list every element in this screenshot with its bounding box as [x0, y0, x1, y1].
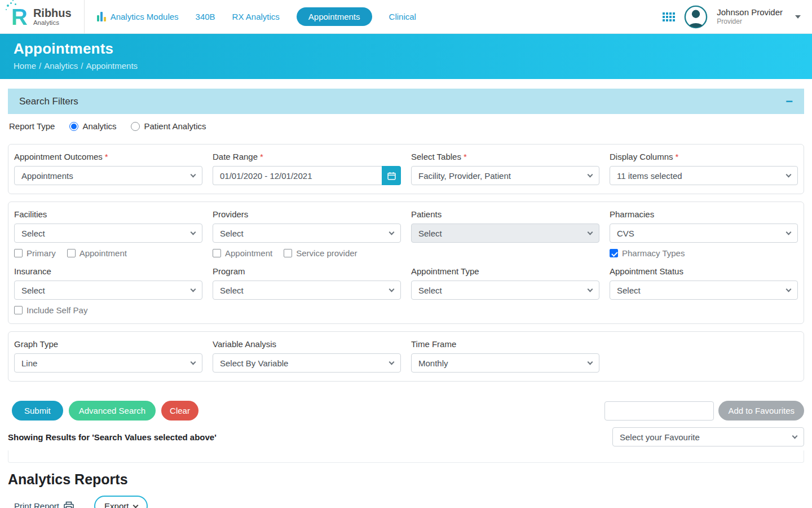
field-patients: Patients Select: [411, 209, 599, 258]
field-label: Patients: [411, 209, 599, 219]
checkbox-label: Include Self Pay: [27, 305, 87, 315]
select-value: Line: [21, 358, 37, 368]
print-report-label: Print Report: [14, 501, 59, 508]
ribhus-logo-icon: R: [11, 6, 28, 28]
avatar[interactable]: [684, 5, 708, 29]
search-filters-title: Search Filters: [19, 96, 78, 107]
chevron-down-icon: [133, 502, 139, 508]
field-label: Appointment Type: [411, 266, 599, 276]
page-title: Appointments: [14, 40, 798, 58]
select-value: Select: [220, 286, 244, 295]
advanced-search-button[interactable]: Advanced Search: [69, 401, 156, 421]
select-value: Select: [21, 286, 45, 295]
breadcrumb-analytics[interactable]: Analytics: [44, 61, 78, 71]
clear-button[interactable]: Clear: [161, 401, 198, 421]
date-range-input[interactable]: [213, 166, 382, 185]
field-label: Select Tables: [411, 152, 461, 161]
providers-select[interactable]: Select: [213, 224, 401, 243]
page-banner: Appointments Home/Analytics/Appointments: [0, 34, 812, 79]
field-providers: Providers Select Appointment Service pro…: [213, 209, 401, 258]
field-pharmacies: Pharmacies CVS Pharmacy Types: [610, 209, 798, 258]
nav-item-rx-analytics[interactable]: RX Analytics: [232, 12, 280, 21]
print-report-link[interactable]: Print Report: [14, 501, 74, 508]
variable-analysis-select[interactable]: Select By Variable: [213, 353, 401, 373]
chevron-down-icon: [588, 287, 593, 292]
field-label: Display Columns: [610, 152, 673, 161]
select-value: Select By Variable: [220, 358, 288, 368]
field-label: Appointment Status: [610, 266, 798, 276]
checkbox-facility-appointment[interactable]: Appointment: [67, 248, 127, 258]
chevron-down-icon: [191, 172, 196, 178]
checkbox-label: Appointment: [225, 248, 272, 258]
field-facilities: Facilities Select Primary Appointment: [14, 209, 202, 258]
field-display-columns: Display Columns* 11 items selected: [610, 152, 798, 185]
field-variable-analysis: Variable Analysis Select By Variable: [213, 339, 401, 373]
appointment-status-select[interactable]: Select: [610, 281, 798, 300]
chevron-down-icon[interactable]: [795, 15, 801, 19]
select-value: Facility, Provider, Patient: [418, 171, 511, 181]
field-label: Variable Analysis: [213, 339, 401, 349]
brand-logo[interactable]: R Ribhus Analytics: [11, 0, 85, 33]
field-graph-type: Graph Type Line: [14, 339, 202, 373]
select-value: 11 items selected: [617, 171, 682, 181]
calendar-button[interactable]: [382, 166, 401, 185]
select-tables-select[interactable]: Facility, Provider, Patient: [411, 166, 599, 185]
checkbox-provider-appointment[interactable]: Appointment: [213, 248, 272, 258]
select-value: Select: [418, 229, 442, 238]
nav-item-analytics-modules[interactable]: Analytics Modules: [97, 12, 179, 21]
field-select-tables: Select Tables* Facility, Provider, Patie…: [411, 152, 599, 185]
user-menu[interactable]: Johnson Provider Provider: [717, 7, 783, 27]
appointment-type-select[interactable]: Select: [411, 281, 599, 300]
checkbox-service-provider[interactable]: Service provider: [284, 248, 357, 258]
checkbox-include-self-pay[interactable]: Include Self Pay: [14, 305, 87, 315]
radio-patient-analytics[interactable]: Patient Analytics: [131, 121, 206, 131]
checkbox-label: Service provider: [296, 248, 357, 258]
facilities-select[interactable]: Select: [14, 224, 202, 243]
insurance-select[interactable]: Select: [14, 281, 202, 300]
top-navbar: R Ribhus Analytics Analytics Modules 340…: [0, 0, 812, 34]
favourite-name-input[interactable]: [604, 401, 714, 421]
chevron-down-icon: [588, 360, 593, 365]
field-program: Program Select: [213, 266, 401, 315]
breadcrumb-separator: /: [39, 61, 41, 71]
time-frame-select[interactable]: Monthly: [411, 353, 599, 373]
breadcrumb-home[interactable]: Home: [14, 61, 36, 71]
checkbox-primary[interactable]: Primary: [14, 248, 56, 258]
chevron-down-icon: [588, 172, 593, 178]
field-appointment-status: Appointment Status Select: [610, 266, 798, 315]
program-select[interactable]: Select: [213, 281, 401, 300]
radio-label: Patient Analytics: [144, 121, 206, 131]
export-label: Export: [104, 501, 129, 508]
apps-grid-icon[interactable]: [663, 12, 675, 21]
chevron-down-icon: [588, 230, 593, 235]
add-to-favourites-button[interactable]: Add to Favourites: [718, 401, 804, 421]
breadcrumb-appointments[interactable]: Appointments: [86, 61, 138, 71]
radio-icon: [69, 122, 78, 131]
collapse-icon[interactable]: −: [785, 95, 793, 108]
patients-select[interactable]: Select: [411, 224, 599, 243]
export-button[interactable]: Export: [94, 496, 148, 508]
field-label: Date Range: [213, 152, 258, 161]
field-label: Program: [213, 266, 401, 276]
nav-links: Analytics Modules 340B RX Analytics Appo…: [97, 7, 416, 26]
pharmacies-select[interactable]: CVS: [610, 224, 798, 243]
display-columns-select[interactable]: 11 items selected: [610, 166, 798, 185]
search-filters-header[interactable]: Search Filters −: [8, 89, 804, 114]
nav-item-clinical[interactable]: Clinical: [389, 12, 416, 21]
field-date-range: Date Range*: [213, 152, 401, 185]
nav-item-appointments-active[interactable]: Appointments: [297, 7, 372, 26]
required-marker: *: [676, 152, 679, 161]
checkbox-pharmacy-types[interactable]: Pharmacy Types: [610, 248, 685, 258]
submit-button[interactable]: Submit: [12, 401, 63, 421]
nav-item-340b[interactable]: 340B: [196, 12, 215, 21]
radio-analytics[interactable]: Analytics: [69, 121, 116, 131]
required-marker: *: [260, 152, 263, 161]
nav-item-label: Analytics Modules: [111, 12, 179, 21]
appointment-outcomes-select[interactable]: Appointments: [14, 166, 202, 185]
chevron-down-icon: [389, 360, 395, 365]
field-label: Insurance: [14, 266, 202, 276]
graph-type-select[interactable]: Line: [14, 353, 202, 373]
favourite-select[interactable]: Select your Favourite: [612, 427, 804, 446]
field-label: Appointment Outcomes: [14, 152, 103, 161]
chevron-down-icon: [191, 360, 196, 365]
